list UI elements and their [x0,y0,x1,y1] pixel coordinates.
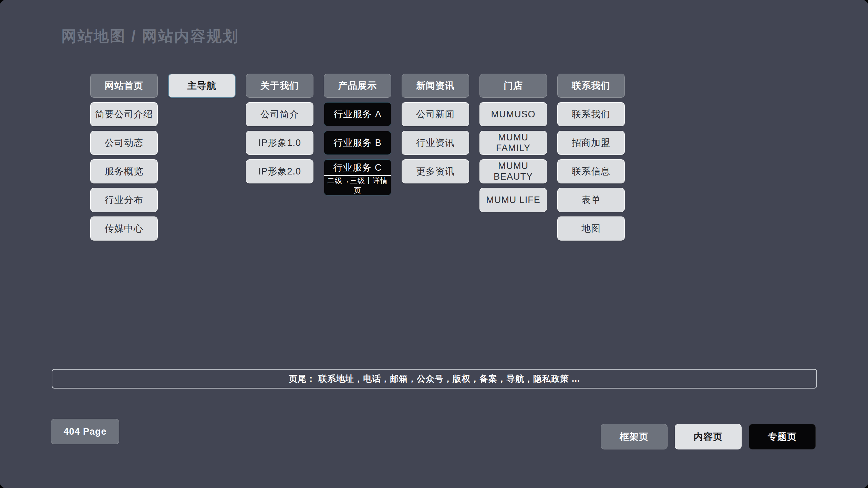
sitemap-node[interactable]: MUMU LIFE [479,188,547,212]
sitemap-node[interactable]: IP形象2.0 [246,159,313,183]
sitemap-node[interactable]: 传媒中心 [90,216,158,241]
sitemap-node[interactable]: 表单 [557,188,625,212]
sitemap-node-label: 行业服务 C [324,160,391,175]
sitemap-column-7: 联系我们联系我们招商加盟联系信息表单地图 [557,74,625,241]
sitemap-node[interactable]: MUMU FAMILY [479,131,547,155]
sitemap-column-5: 新闻资讯公司新闻行业资讯更多资讯 [402,74,469,183]
sitemap-node-sublabel: 二级→三级丨详情页 [324,175,391,195]
sitemap-column-1: 网站首页简要公司介绍公司动态服务概览行业分布传媒中心 [90,74,158,241]
column-header[interactable]: 门店 [479,74,547,98]
page-title: 网站地图 / 网站内容规划 [61,26,239,46]
sitemap-node[interactable]: 联系信息 [557,159,625,183]
legend-content-page[interactable]: 内容页 [675,424,742,449]
sitemap-node[interactable]: 更多资讯 [402,159,469,183]
sitemap-node[interactable]: 行业资讯 [402,131,469,155]
footer-summary-bar: 页尾： 联系地址，电话，邮箱，公众号，版权，备案，导航，隐私政策 ... [52,369,817,389]
sitemap-node[interactable]: 地图 [557,216,625,241]
sitemap-node[interactable]: 公司新闻 [402,102,469,126]
sitemap-node[interactable]: 招商加盟 [557,131,625,155]
column-header[interactable]: 新闻资讯 [402,74,469,98]
sitemap-node[interactable]: 公司简介 [246,102,313,126]
sitemap-column-4: 产品展示行业服务 A行业服务 B行业服务 C二级→三级丨详情页 [324,74,391,195]
sitemap-column-2: 主导航 [168,74,236,98]
legend: 框架页 内容页 专题页 [601,424,816,449]
sitemap-column-3: 关于我们公司简介IP形象1.0IP形象2.0 [246,74,313,183]
column-header[interactable]: 网站首页 [90,74,158,98]
sitemap-node[interactable]: 服务概览 [90,159,158,183]
sitemap-node[interactable]: 行业服务 A [324,102,391,126]
sitemap-node[interactable]: 行业服务 C二级→三级丨详情页 [324,159,391,195]
sitemap-node[interactable]: IP形象1.0 [246,131,313,155]
sitemap-columns: 网站首页简要公司介绍公司动态服务概览行业分布传媒中心主导航关于我们公司简介IP形… [90,74,625,241]
sitemap-node[interactable]: 行业服务 B [324,131,391,155]
sitemap-node[interactable]: 简要公司介绍 [90,102,158,126]
sitemap-column-6: 门店MUMUSOMUMU FAMILYMUMU BEAUTYMUMU LIFE [479,74,547,212]
legend-special-page[interactable]: 专题页 [749,424,816,449]
sitemap-node[interactable]: 联系我们 [557,102,625,126]
column-header[interactable]: 关于我们 [246,74,313,98]
legend-frame-page[interactable]: 框架页 [601,424,668,449]
sitemap-canvas: 网站地图 / 网站内容规划 网站首页简要公司介绍公司动态服务概览行业分布传媒中心… [0,0,868,488]
sitemap-node[interactable]: MUMUSO [479,102,547,126]
column-header[interactable]: 联系我们 [557,74,625,98]
main-nav-node[interactable]: 主导航 [168,74,236,98]
sitemap-node[interactable]: 公司动态 [90,131,158,155]
column-header[interactable]: 产品展示 [324,74,391,98]
sitemap-node[interactable]: MUMU BEAUTY [479,159,547,183]
sitemap-node[interactable]: 行业分布 [90,188,158,212]
page-404-node[interactable]: 404 Page [51,419,119,444]
